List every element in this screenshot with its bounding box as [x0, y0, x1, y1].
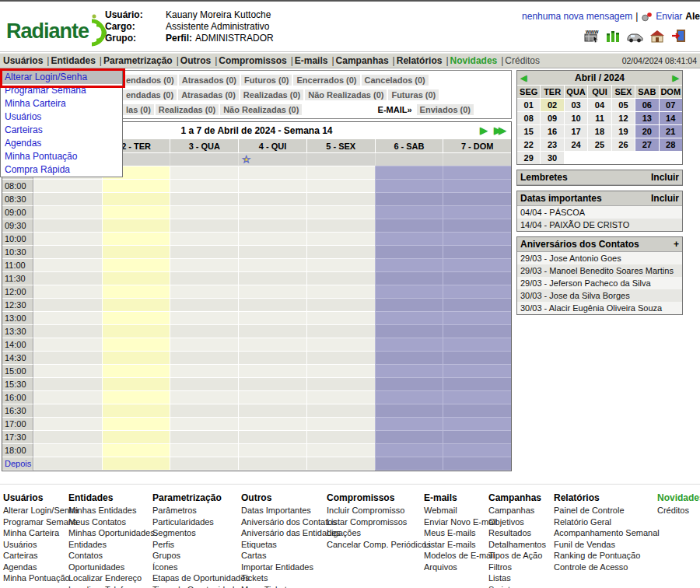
- agenda-cell[interactable]: [375, 193, 443, 206]
- agenda-cell[interactable]: [375, 153, 443, 166]
- agenda-cell[interactable]: [170, 259, 238, 272]
- footer-link[interactable]: Meus Contatos: [68, 516, 149, 528]
- status-count[interactable]: endadas (0): [123, 89, 177, 100]
- agenda-cell[interactable]: [102, 431, 170, 444]
- footer-link[interactable]: Meus Tickets: [241, 584, 324, 588]
- agenda-cell[interactable]: [375, 206, 443, 219]
- agenda-cell[interactable]: [443, 338, 511, 352]
- home-icon[interactable]: [649, 30, 665, 43]
- status-count[interactable]: Enviados (0): [417, 104, 474, 115]
- agenda-cell[interactable]: [238, 299, 306, 312]
- agenda-cell[interactable]: [33, 180, 102, 193]
- footer-link[interactable]: Scripts: [488, 584, 551, 588]
- dropdown-item[interactable]: Compra Rápida: [1, 163, 122, 177]
- agenda-cell[interactable]: [170, 285, 238, 299]
- footer-link[interactable]: Listar E-mails: [424, 539, 485, 551]
- calendar-date[interactable]: 25: [587, 138, 611, 151]
- agenda-cell[interactable]: [375, 219, 443, 233]
- agenda-cell[interactable]: [170, 153, 238, 166]
- footer-link[interactable]: Importar Entidades: [241, 562, 324, 573]
- footer-link[interactable]: Funil de Vendas: [554, 539, 654, 551]
- footer-column-title[interactable]: Campanhas: [488, 492, 551, 504]
- agenda-cell[interactable]: [170, 391, 238, 404]
- footer-link[interactable]: Alterar Login/Senha: [3, 505, 65, 516]
- footer-link[interactable]: Tipos de Ação: [488, 550, 551, 562]
- footer-link[interactable]: Tickets: [241, 572, 324, 584]
- dropdown-item[interactable]: Alterar Login/Senha: [1, 71, 122, 84]
- footer-link[interactable]: Minha Carteira: [3, 527, 65, 539]
- footer-link[interactable]: Filtros: [488, 562, 551, 573]
- panel-action-button[interactable]: Incluir: [651, 172, 679, 183]
- agenda-day-header[interactable]: 4 - QUI: [238, 139, 306, 153]
- agenda-cell[interactable]: [375, 325, 443, 338]
- agenda-cell[interactable]: [306, 233, 375, 246]
- calendar-date[interactable]: 01: [517, 98, 540, 111]
- calendar-date[interactable]: 21: [659, 124, 682, 138]
- agenda-cell[interactable]: [443, 444, 511, 457]
- agenda-cell[interactable]: [102, 272, 170, 285]
- status-count[interactable]: Futuros (0): [241, 75, 292, 86]
- agenda-cell[interactable]: [102, 193, 170, 206]
- calendar-date[interactable]: 15: [517, 124, 540, 138]
- agenda-cell[interactable]: [306, 378, 375, 391]
- agenda-cell[interactable]: [33, 206, 102, 219]
- calendar-date[interactable]: 28: [659, 138, 682, 151]
- car-icon[interactable]: [626, 30, 643, 43]
- footer-link[interactable]: Campanhas: [488, 505, 551, 516]
- agenda-cell[interactable]: [170, 457, 238, 471]
- agenda-cell[interactable]: [170, 246, 238, 259]
- dropdown-item[interactable]: Programar Semana: [1, 84, 122, 97]
- next-week-icon[interactable]: ▶: [480, 122, 488, 139]
- panel-item[interactable]: 04/04 - PÁSCOA: [517, 206, 682, 219]
- status-count[interactable]: Futuras (0): [388, 89, 439, 100]
- panel-item[interactable]: 29/03 - Manoel Benedito Soares Martins: [517, 264, 682, 277]
- calendar-date[interactable]: 24: [564, 138, 587, 151]
- agenda-cell[interactable]: [306, 299, 375, 312]
- agenda-cell[interactable]: [33, 444, 102, 457]
- agenda-cell[interactable]: [443, 153, 511, 166]
- agenda-cell[interactable]: [375, 444, 443, 457]
- panel-item[interactable]: 30/03 - Jose da Silva Borges: [517, 289, 682, 302]
- agenda-cell[interactable]: [33, 312, 102, 325]
- agenda-cell[interactable]: [375, 365, 443, 378]
- jump-week-icon[interactable]: ▶▶: [494, 122, 506, 139]
- status-count[interactable]: Realizadas (0): [156, 104, 219, 115]
- agenda-cell[interactable]: [375, 259, 443, 272]
- menu-item[interactable]: E-mails: [295, 55, 328, 66]
- agenda-cell[interactable]: [238, 180, 306, 193]
- agenda-cell[interactable]: [443, 299, 511, 312]
- calendar-date[interactable]: 13: [635, 111, 658, 124]
- agenda-cell[interactable]: [238, 206, 306, 219]
- agenda-day-header[interactable]: 6 - SAB: [375, 139, 443, 153]
- footer-link[interactable]: Aniversário das Entidades: [241, 527, 324, 539]
- footer-link[interactable]: Detalhamentos: [488, 539, 551, 551]
- menu-item[interactable]: Créditos: [505, 55, 540, 66]
- footer-link[interactable]: Webmail: [424, 505, 485, 516]
- footer-link[interactable]: Ícones: [152, 562, 238, 573]
- agenda-cell[interactable]: [443, 431, 511, 444]
- agenda-cell[interactable]: [306, 444, 375, 457]
- footer-link[interactable]: Listar Compromissos: [327, 516, 421, 528]
- agenda-cell[interactable]: [238, 285, 306, 299]
- agenda-cell[interactable]: [306, 457, 375, 471]
- dropdown-item[interactable]: Minha Pontuação: [1, 150, 122, 163]
- agenda-cell[interactable]: [102, 233, 170, 246]
- calendar-date[interactable]: 27: [635, 138, 658, 151]
- menu-item[interactable]: Compromissos: [219, 55, 286, 66]
- agenda-cell[interactable]: [443, 193, 511, 206]
- footer-link[interactable]: Ligações: [327, 527, 421, 539]
- agenda-cell[interactable]: [170, 193, 238, 206]
- footer-link[interactable]: Etapas de Oportunidades: [152, 572, 238, 584]
- footer-link[interactable]: Arquivos: [424, 562, 485, 573]
- footer-link[interactable]: Datas Importantes: [241, 505, 324, 516]
- agenda-cell[interactable]: [33, 259, 102, 272]
- agenda-cell[interactable]: [443, 272, 511, 285]
- footer-link[interactable]: Localizar Endereço: [68, 572, 149, 584]
- footer-link[interactable]: Contatos: [68, 550, 149, 562]
- agenda-cell[interactable]: [170, 219, 238, 233]
- agenda-cell[interactable]: [102, 180, 170, 193]
- calendar-date[interactable]: 22: [517, 138, 540, 151]
- agenda-cell[interactable]: [443, 285, 511, 299]
- agenda-cell[interactable]: [375, 457, 443, 471]
- agenda-cell[interactable]: [443, 219, 511, 233]
